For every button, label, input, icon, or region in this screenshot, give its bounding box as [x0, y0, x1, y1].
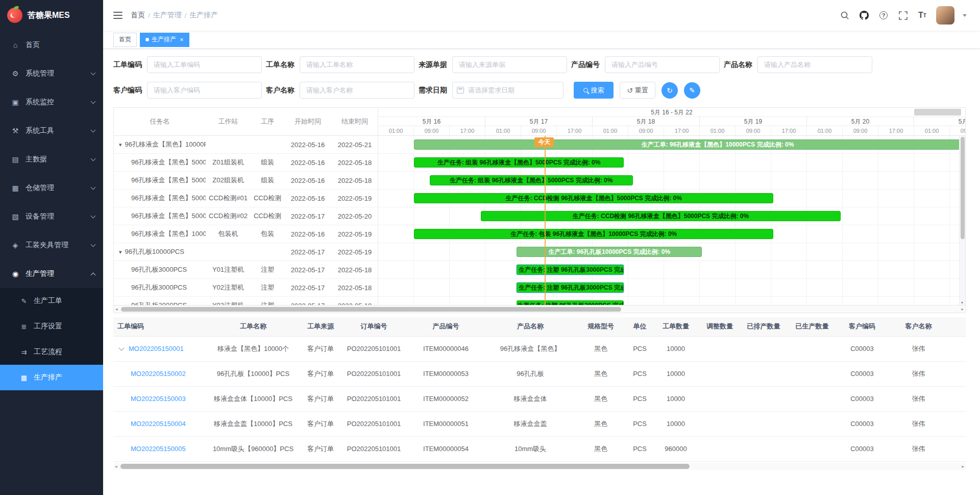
gantt-row[interactable]: 96孔孔板3000PCSY01注塑机注塑2022-05-172022-05-18 — [114, 261, 378, 279]
scrollbar-thumb[interactable] — [120, 464, 690, 469]
workorder-link[interactable]: MO202205150004 — [131, 420, 186, 428]
sidebar-item-system-tools[interactable]: ⚒系统工具 — [0, 116, 103, 145]
refresh-button[interactable]: ↻ — [662, 82, 678, 99]
scroll-left-arrow-icon[interactable]: ◂ — [115, 464, 117, 469]
question-icon[interactable]: ? — [878, 10, 889, 21]
gantt-row[interactable]: ▾96孔移液盒【黑色】10000PCS2022-05-162022-05-21 — [114, 136, 378, 154]
orders-cell-customer_code: C00003 — [839, 336, 886, 361]
sidebar-item-production-management[interactable]: ◉生产管理 — [0, 260, 103, 288]
breadcrumb-item[interactable]: 首页 — [131, 11, 145, 20]
sidebar-menu: ⌂首页⚙系统管理▣系统监控⚒系统工具▤主数据▦仓储管理▧设备管理◈工装夹具管理◉… — [0, 31, 103, 390]
close-icon[interactable]: × — [180, 36, 184, 43]
timeline-hour: 01:00 — [485, 126, 521, 135]
product-code-input[interactable] — [605, 56, 720, 73]
sidebar-item-process-flow[interactable]: ⇉工艺流程 — [0, 339, 103, 365]
edit-button[interactable]: ✎ — [684, 82, 700, 99]
gantt-bar[interactable]: 生产任务: CCD检测 96孔移液盒【黑色】5000PCS 完成比例: 0% — [414, 193, 773, 203]
orders-table: 工单编码工单名称工单来源订单编号产品编号产品名称规格型号单位工单数量调整数量已排… — [113, 317, 966, 462]
flow-icon: ⇉ — [19, 348, 29, 356]
collapse-caret-icon[interactable]: ▾ — [119, 142, 122, 148]
orders-cell-qty: 10000 — [654, 386, 698, 411]
sidebar-item-process-settings[interactable]: ≣工序设置 — [0, 314, 103, 339]
gantt-row[interactable]: 96孔孔板3000PCSY03注塑机注塑2022-05-172022-05-18 — [114, 297, 378, 305]
search-button[interactable]: 搜索 — [574, 82, 614, 99]
breadcrumb-item[interactable]: 生产管理 — [153, 11, 182, 20]
sidebar-item-label: 生产管理 — [26, 269, 91, 278]
gantt-bar[interactable]: 生产任务: 组装 96孔移液盒【黑色】5000PCS 完成比例: 0% — [414, 157, 624, 168]
orders-cell-item_no: ITEM00000046 — [407, 336, 485, 361]
gantt-workstation: CCD检测#01 — [206, 194, 251, 203]
gantt-bar[interactable]: 生产任务: 组装 96孔移液盒【黑色】5000PCS 完成比例: 0% — [430, 175, 633, 185]
gantt-row[interactable]: 96孔移液盒【黑色】5000PCSZ02组装机组装2022-05-162022-… — [114, 172, 378, 190]
workorder-code-input[interactable] — [147, 56, 262, 73]
demand-date-input[interactable] — [452, 82, 564, 99]
product-name-input[interactable] — [757, 56, 872, 73]
gantt-vertical-scrollbar[interactable]: ▾ — [959, 136, 965, 305]
orders-cell-product: 移液盒盒体 — [485, 386, 576, 411]
orders-cell-customer_code: C00003 — [839, 411, 886, 436]
sidebar-item-fixture-management[interactable]: ◈工装夹具管理 — [0, 231, 103, 260]
sidebar-item-label: 系统工具 — [26, 126, 91, 135]
sidebar-item-home[interactable]: ⌂首页 — [0, 31, 103, 59]
source-doc-input[interactable] — [452, 56, 567, 73]
expand-chevron-icon[interactable] — [118, 345, 124, 350]
gantt-workstation: Y03注塑机 — [206, 301, 251, 305]
scrollbar-thumb[interactable] — [961, 137, 965, 239]
customer-code-input[interactable] — [147, 82, 262, 99]
gantt-task-name: 96孔移液盒【黑色】5000PCS — [114, 211, 206, 221]
reset-button[interactable]: ↺ 重置 — [620, 82, 655, 99]
hamburger-menu-icon[interactable] — [113, 12, 122, 19]
scroll-down-arrow-icon[interactable]: ▾ — [961, 300, 963, 305]
gantt-row[interactable]: 96孔移液盒【黑色】10000PCS包装机包装2022-05-162022-05… — [114, 225, 378, 243]
gantt-row[interactable]: 96孔移液盒【黑色】5000PCSZ01组装机组装2022-05-162022-… — [114, 154, 378, 172]
scroll-left-arrow-icon[interactable]: ◂ — [115, 307, 118, 312]
gantt-bar[interactable]: 生产任务: CCD检测 96孔移液盒【黑色】5000PCS 完成比例: 0% — [481, 211, 840, 221]
timeline-range: 5月 16 - 5月 22 — [378, 108, 965, 117]
workorder-name-input[interactable] — [300, 56, 414, 73]
caret-down-icon[interactable] — [963, 14, 967, 17]
sidebar-item-system-management[interactable]: ⚙系统管理 — [0, 59, 103, 88]
sidebar-item-equipment-management[interactable]: ▧设备管理 — [0, 202, 103, 231]
sidebar-item-production-scheduling[interactable]: ▦生产排产 — [0, 365, 103, 390]
filter-group-product-name: 产品名称 — [724, 56, 872, 73]
gantt-bar[interactable]: 生产工单: 96孔移液盒【黑色】10000PCS 完成比例: 0% — [414, 139, 965, 150]
sidebar-item-master-data[interactable]: ▤主数据 — [0, 145, 103, 174]
gantt-bar[interactable]: 生产任务: 注塑 96孔孔板3000PCS 完成 — [517, 265, 624, 275]
workorder-link[interactable]: MO202205150003 — [131, 395, 186, 403]
workorder-link[interactable]: MO202205150005 — [131, 445, 186, 453]
font-size-icon[interactable]: TT — [917, 10, 928, 21]
orders-horizontal-scrollbar[interactable]: ◂ ▸ — [113, 463, 966, 470]
scrollbar-thumb[interactable] — [121, 307, 621, 312]
sidebar: 苦糖果MES ⌂首页⚙系统管理▣系统监控⚒系统工具▤主数据▦仓储管理▧设备管理◈… — [0, 0, 103, 495]
gantt-bar[interactable]: 生产任务: 包装 96孔移液盒【黑色】10000PCS 完成比例: 0% — [414, 229, 773, 239]
gantt-row[interactable]: ▾96孔孔板10000PCS2022-05-172022-05-19 — [114, 243, 378, 261]
tab-home[interactable]: 首页 — [113, 33, 137, 47]
timeline-hour: 17:00 — [664, 126, 700, 135]
gantt-horizontal-scrollbar[interactable]: ◂ ▸ — [114, 305, 965, 313]
search-icon[interactable] — [839, 10, 850, 21]
collapse-caret-icon[interactable]: ▾ — [119, 249, 122, 255]
gantt-bar[interactable]: 生产任务: 注塑 96孔孔板3000PCS 完成 — [517, 300, 624, 305]
timeline-scrollbar-thumb[interactable] — [914, 109, 961, 115]
gantt-start-date: 2022-05-16 — [284, 141, 331, 149]
timeline-hour: 01:00 — [700, 126, 736, 135]
sidebar-item-system-monitoring[interactable]: ▣系统监控 — [0, 88, 103, 116]
avatar[interactable] — [936, 6, 954, 25]
gantt-row[interactable]: 96孔孔板3000PCSY02注塑机注塑2022-05-172022-05-18 — [114, 279, 378, 297]
sidebar-item-production-workorder[interactable]: ✎生产工单 — [0, 288, 103, 314]
input-wrap — [300, 82, 414, 99]
github-icon[interactable] — [859, 10, 870, 21]
scroll-right-arrow-icon[interactable]: ▸ — [961, 307, 964, 312]
gantt-row[interactable]: 96孔移液盒【黑色】5000PCSCCD检测#01CCD检测2022-05-16… — [114, 190, 378, 207]
warehouse-icon: ▦ — [10, 184, 20, 192]
fullscreen-icon[interactable] — [897, 10, 909, 21]
gantt-bar[interactable]: 生产任务: 注塑 96孔孔板3000PCS 完成 — [517, 282, 624, 293]
workorder-link[interactable]: MO202205150002 — [131, 370, 186, 378]
tab-production-scheduling[interactable]: 生产排产× — [140, 33, 189, 47]
scroll-right-arrow-icon[interactable]: ▸ — [962, 464, 964, 469]
workorder-link[interactable]: MO202205150001 — [129, 345, 184, 352]
sidebar-item-warehouse-management[interactable]: ▦仓储管理 — [0, 174, 103, 202]
customer-name-input[interactable] — [300, 82, 414, 99]
app-logo[interactable]: 苦糖果MES — [0, 0, 103, 31]
gantt-row[interactable]: 96孔移液盒【黑色】5000PCSCCD检测#02CCD检测2022-05-17… — [114, 207, 378, 225]
